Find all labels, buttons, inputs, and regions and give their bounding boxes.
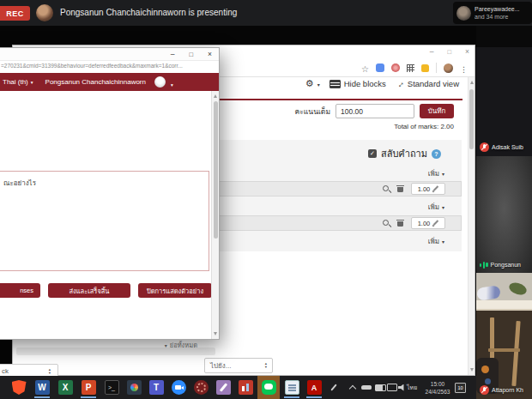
preview-magnifier-icon[interactable] <box>383 220 390 227</box>
maximize-icon[interactable] <box>448 47 452 56</box>
popup-body: ณะอย่างไร nses ส่งและเสร็จสิ้น ปิดการแสด… <box>0 91 211 339</box>
save-button[interactable]: บันทึก <box>420 104 454 118</box>
hide-blocks-button[interactable]: Hide blocks <box>329 79 386 88</box>
minimize-icon[interactable] <box>171 50 175 58</box>
max-grade-input[interactable] <box>336 104 414 118</box>
time-text: 15:00 <box>431 380 444 388</box>
taskbar-excel-icon[interactable]: X <box>54 376 76 399</box>
collapse-all-link[interactable]: ย่อทั้งหมด <box>165 340 197 350</box>
notification-center-icon[interactable]: 10 <box>455 376 466 399</box>
mark-value: 1.00 <box>418 185 431 193</box>
mark-value: 1.00 <box>418 220 431 227</box>
standard-view-button[interactable]: Standard view <box>396 79 459 88</box>
close-preview-button[interactable]: ปิดการแสดงตัวอย่าง <box>138 283 212 298</box>
video-tile-adisak[interactable]: Adisak Suib <box>476 47 532 156</box>
taskbar-word-icon[interactable]: W <box>31 376 53 399</box>
screen: REC Pongsanun Chanchaichinnaworn is pres… <box>0 0 532 399</box>
delete-trash-icon[interactable] <box>397 185 404 193</box>
select-arrows-icon <box>265 362 267 369</box>
scroll-down-icon[interactable] <box>214 332 217 336</box>
taskbar-teams-icon[interactable]: T <box>145 376 167 399</box>
delete-trash-icon[interactable] <box>397 220 404 227</box>
goto-label: ไปยัง... <box>210 360 231 372</box>
popup-url-text: =270231&cmid=31399&behaviour=deferredfee… <box>1 63 212 69</box>
webcam-chair-bar <box>488 348 520 352</box>
video-tile-attaporn[interactable]: Attaporn Kh <box>476 273 532 399</box>
chevron-down-icon <box>442 203 444 211</box>
add-menu-3[interactable]: เพิ่ม <box>428 236 444 247</box>
maximize-icon[interactable] <box>190 50 194 58</box>
scrollbar-thumb[interactable] <box>469 89 474 149</box>
speaker-icon[interactable] <box>398 376 406 399</box>
scroll-down-icon[interactable] <box>470 368 474 372</box>
submit-finish-button[interactable]: ส่งและเสร็จสิ้น <box>48 283 130 298</box>
participant-name: Attaporn Kh <box>492 387 523 393</box>
battery-icon[interactable] <box>375 376 386 399</box>
extension-thumb-icon[interactable] <box>421 64 429 72</box>
page-scrollbar[interactable] <box>468 77 475 375</box>
chevron-down-icon <box>442 170 444 178</box>
participants-pill[interactable]: Pareeyawadee... and 34 more <box>453 2 532 24</box>
mark-box[interactable]: 1.00 <box>411 183 445 195</box>
browser-profile-avatar[interactable] <box>444 63 453 73</box>
participant-name: Pareeyawadee... <box>475 5 520 13</box>
admin-gear-menu[interactable] <box>305 78 320 89</box>
mark-box[interactable]: 1.00 <box>411 217 445 229</box>
presenting-text: Pongsanun Chanchaichinnaworn is presenti… <box>60 8 237 17</box>
edit-pencil-icon <box>432 186 438 192</box>
taskbar-notepad-icon[interactable] <box>281 376 303 399</box>
taskbar-swirl-app-icon[interactable] <box>190 376 212 399</box>
add-menu-1[interactable]: เพิ่ม <box>428 168 444 179</box>
question-preview-box: ณะอย่างไร <box>0 171 209 271</box>
language-menu[interactable]: Thai (th) <box>3 78 33 86</box>
onedrive-cloud-icon[interactable] <box>361 376 372 399</box>
extension-icon-red[interactable] <box>391 63 400 72</box>
user-avatar[interactable] <box>154 76 166 88</box>
preview-magnifier-icon[interactable] <box>383 185 390 193</box>
taskbar-pencil-app-icon[interactable] <box>212 376 234 399</box>
taskbar-acrobat-icon[interactable]: A <box>303 376 325 399</box>
goto-select[interactable]: ไปยัง... <box>204 358 273 373</box>
rec-badge: REC <box>0 6 30 21</box>
question-preview-text: ณะอย่างไร <box>3 178 36 189</box>
taskbar-photos-icon[interactable] <box>123 376 145 399</box>
taskbar-line-icon[interactable] <box>257 376 280 399</box>
extension-grid-icon[interactable] <box>407 64 414 72</box>
participant-name: Adisak Suib <box>492 144 523 150</box>
display-icon[interactable] <box>387 376 397 399</box>
tray-chevron-icon[interactable] <box>350 376 355 399</box>
minimize-icon[interactable] <box>430 47 434 56</box>
taskbar-cmd-icon[interactable]: >_ <box>100 376 123 399</box>
shuffle-checkbox[interactable] <box>368 149 377 158</box>
clock[interactable]: 15:00 24/4/2563 <box>422 376 453 399</box>
close-icon[interactable] <box>465 47 469 56</box>
taskbar-red-doc-icon[interactable] <box>234 376 257 399</box>
question-preview-popup: =270231&cmid=31399&behaviour=deferredfee… <box>0 47 220 340</box>
scroll-up-icon[interactable] <box>214 94 217 98</box>
scroll-up-icon[interactable] <box>470 81 474 84</box>
chevron-down-icon <box>442 238 444 245</box>
taskbar-zoom-icon[interactable] <box>167 376 190 399</box>
taskbar-brave-icon[interactable] <box>8 376 30 399</box>
video-tile-pongsanun[interactable]: Pongsanun <box>476 156 532 273</box>
browser-menu-icon[interactable] <box>460 60 468 76</box>
chevron-down-icon[interactable] <box>171 75 173 90</box>
bookmark-star-icon[interactable] <box>361 60 369 76</box>
close-icon[interactable] <box>208 50 212 58</box>
mic-muted-icon <box>480 385 489 395</box>
popup-scrollbar[interactable] <box>211 91 219 339</box>
add-menu-2[interactable]: เพิ่ม <box>428 202 444 213</box>
fill-responses-button[interactable]: nses <box>0 283 40 298</box>
notification-badge: 10 <box>455 383 466 393</box>
behaviour-value: ck <box>2 367 9 375</box>
scrollbar-thumb[interactable] <box>214 101 218 239</box>
user-menu-name: Pongsanun Chanchaichinnaworn <box>45 78 146 86</box>
help-icon[interactable] <box>432 149 441 159</box>
chevron-down-icon <box>317 79 320 88</box>
taskbar-powerpoint-icon[interactable]: P <box>77 376 100 399</box>
keyboard-language-indicator[interactable]: ไทย <box>407 376 417 399</box>
ink-workspace-icon[interactable] <box>333 376 335 399</box>
hide-blocks-icon <box>329 80 341 88</box>
expand-arrows-icon <box>393 77 406 90</box>
extension-icon-blue[interactable] <box>376 63 384 72</box>
